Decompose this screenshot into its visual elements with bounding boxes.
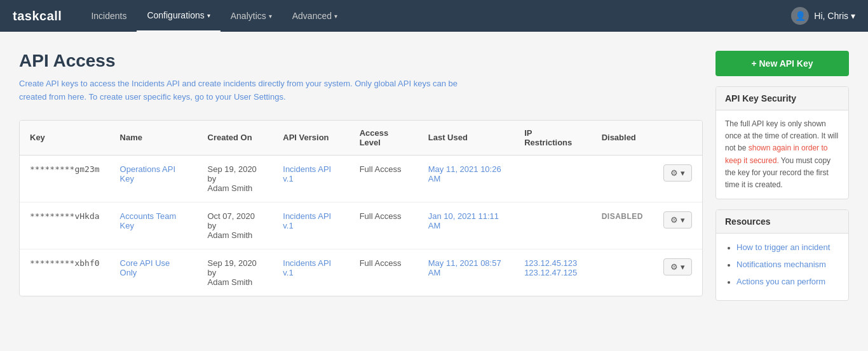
api-version-link[interactable]: Incidents API v.1 xyxy=(283,164,331,183)
gear-icon: ⚙ xyxy=(670,168,678,178)
list-item: Actions you can perform xyxy=(736,275,839,289)
resource-link-notifications[interactable]: Notifications mechanism xyxy=(736,260,826,269)
last-used-cell: Jan 10, 2021 11:11 AM xyxy=(418,202,514,249)
resources-card-header: Resources xyxy=(716,210,848,234)
navbar: taskcall Incidents Configurations ▾ Anal… xyxy=(0,0,868,32)
api-version-link[interactable]: Incidents API v.1 xyxy=(283,258,331,277)
chevron-down-icon: ▾ xyxy=(269,13,272,20)
created-on-cell: Oct 07, 2020 by Adam Smith xyxy=(198,202,273,249)
ip-restrictions-cell xyxy=(514,155,591,202)
gear-button[interactable]: ⚙ ▾ xyxy=(663,211,692,228)
table-row: *********gm23m Operations API Key Sep 19… xyxy=(20,155,702,202)
security-card-header: API Key Security xyxy=(716,87,848,110)
api-version-cell: Incidents API v.1 xyxy=(273,155,349,202)
name-cell: Operations API Key xyxy=(110,155,198,202)
nav-analytics[interactable]: Analytics ▾ xyxy=(220,0,282,32)
page-title: API Access xyxy=(19,51,703,71)
page-description: Create API keys to access the Incidents … xyxy=(19,77,464,104)
dropdown-icon: ▾ xyxy=(681,168,685,178)
col-access-level: Access Level xyxy=(349,121,418,156)
security-card-body: The full API key is only shown once at t… xyxy=(716,110,848,199)
created-on-cell: Sep 19, 2020 by Adam Smith xyxy=(198,155,273,202)
nav-incidents[interactable]: Incidents xyxy=(81,0,137,32)
resources-list: How to trigger an incident Notifications… xyxy=(725,241,839,288)
chevron-down-icon: ▾ xyxy=(851,11,855,21)
table-row: *********vHkda Accounts Team Key Oct 07,… xyxy=(20,202,702,249)
nav-advanced[interactable]: Advanced ▾ xyxy=(282,0,348,32)
gear-button[interactable]: ⚙ ▾ xyxy=(663,258,692,275)
api-version-cell: Incidents API v.1 xyxy=(273,249,349,296)
created-on-cell: Sep 19, 2020 by Adam Smith xyxy=(198,249,273,296)
api-key-name-link[interactable]: Accounts Team Key xyxy=(120,211,177,230)
actions-cell: ⚙ ▾ xyxy=(653,202,702,249)
chevron-down-icon: ▾ xyxy=(334,13,337,20)
col-key: Key xyxy=(20,121,110,156)
col-api-version: API Version xyxy=(273,121,349,156)
ip-restrictions-cell: 123.12.45.123 123.12.47.125 xyxy=(514,249,591,296)
table-header-row: Key Name Created On API Version Access L… xyxy=(20,121,702,156)
resource-link-trigger[interactable]: How to trigger an incident xyxy=(736,242,830,252)
api-version-cell: Incidents API v.1 xyxy=(273,202,349,249)
security-card: API Key Security The full API key is onl… xyxy=(715,86,849,199)
avatar: 👤 xyxy=(791,7,809,25)
resource-link-actions[interactable]: Actions you can perform xyxy=(736,277,825,286)
api-version-link[interactable]: Incidents API v.1 xyxy=(283,211,331,230)
dropdown-icon: ▾ xyxy=(681,215,685,225)
api-key-name-link[interactable]: Core API Use Only xyxy=(120,258,170,277)
access-level-cell: Full Access xyxy=(349,249,418,296)
nav-links: Incidents Configurations ▾ Analytics ▾ A… xyxy=(81,0,791,32)
actions-cell: ⚙ ▾ xyxy=(653,155,702,202)
col-disabled: Disabled xyxy=(592,121,653,156)
nav-configurations[interactable]: Configurations ▾ xyxy=(137,0,220,32)
table-row: *********xbhf0 Core API Use Only Sep 19,… xyxy=(20,249,702,296)
last-used-cell: May 11, 2021 10:26 AM xyxy=(418,155,514,202)
name-cell: Accounts Team Key xyxy=(110,202,198,249)
api-keys-table: Key Name Created On API Version Access L… xyxy=(20,121,702,296)
key-value: *********xbhf0 xyxy=(20,249,110,296)
dropdown-icon: ▾ xyxy=(681,262,685,272)
content-area: API Access Create API keys to access the… xyxy=(19,51,703,332)
gear-icon: ⚙ xyxy=(670,215,678,225)
access-level-cell: Full Access xyxy=(349,202,418,249)
main-layout: API Access Create API keys to access the… xyxy=(0,32,868,351)
security-highlight-text: shown again in order to keep it secured. xyxy=(725,143,827,164)
disabled-cell: DISABLED xyxy=(592,202,653,249)
col-created-on: Created On xyxy=(198,121,273,156)
resources-card: Resources How to trigger an incident Not… xyxy=(715,209,849,300)
disabled-cell xyxy=(592,249,653,296)
api-keys-table-container: Key Name Created On API Version Access L… xyxy=(19,120,703,296)
key-value: *********vHkda xyxy=(20,202,110,249)
col-name: Name xyxy=(110,121,198,156)
gear-icon: ⚙ xyxy=(670,262,678,272)
disabled-cell xyxy=(592,155,653,202)
actions-cell: ⚙ ▾ xyxy=(653,249,702,296)
user-label[interactable]: Hi, Chris ▾ xyxy=(814,11,855,21)
gear-button[interactable]: ⚙ ▾ xyxy=(663,164,692,182)
col-ip-restrictions: IP Restrictions xyxy=(514,121,591,156)
key-value: *********gm23m xyxy=(20,155,110,202)
resources-card-body: How to trigger an incident Notifications… xyxy=(716,234,848,300)
api-key-name-link[interactable]: Operations API Key xyxy=(120,164,175,183)
col-actions xyxy=(653,121,702,156)
last-used-cell: May 11, 2021 08:57 AM xyxy=(418,249,514,296)
ip-restrictions-cell xyxy=(514,202,591,249)
new-api-key-button[interactable]: + New API Key xyxy=(715,51,849,76)
col-last-used: Last Used xyxy=(418,121,514,156)
chevron-down-icon: ▾ xyxy=(207,12,210,19)
list-item: How to trigger an incident xyxy=(736,241,839,255)
brand-logo[interactable]: taskcall xyxy=(13,9,62,23)
access-level-cell: Full Access xyxy=(349,155,418,202)
user-menu[interactable]: 👤 Hi, Chris ▾ xyxy=(791,7,855,25)
sidebar: + New API Key API Key Security The full … xyxy=(715,51,849,332)
name-cell: Core API Use Only xyxy=(110,249,198,296)
list-item: Notifications mechanism xyxy=(736,258,839,272)
